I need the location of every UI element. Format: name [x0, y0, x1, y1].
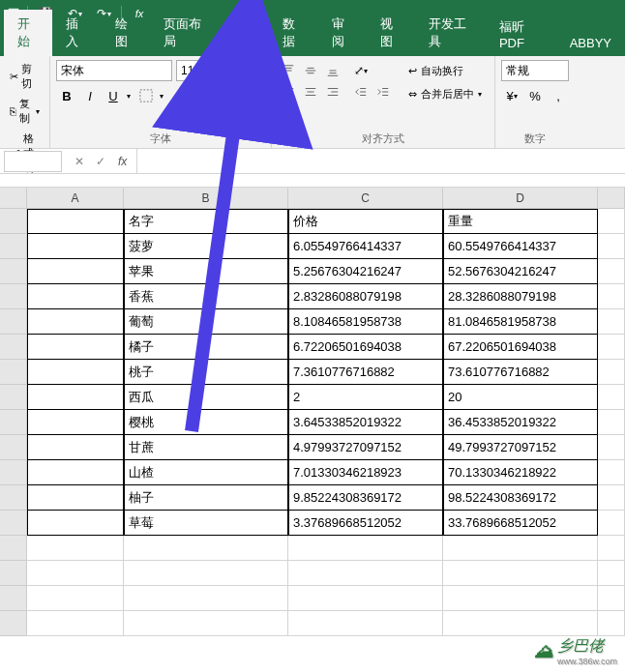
row-header[interactable]	[0, 536, 27, 561]
cell[interactable]	[124, 611, 288, 636]
fill-color-button[interactable]: ◢	[168, 85, 190, 106]
cell[interactable]: 3.64533852019322	[288, 410, 443, 435]
align-middle-button[interactable]	[300, 60, 321, 81]
cell[interactable]: 橘子	[124, 335, 288, 360]
cell[interactable]: 6.72206501694038	[288, 335, 443, 360]
cell[interactable]: 2.83286088079198	[288, 284, 443, 309]
cell[interactable]	[598, 511, 625, 536]
font-color-button[interactable]: A	[201, 85, 223, 106]
cell[interactable]: 36.4533852019322	[443, 410, 598, 435]
cell[interactable]	[598, 209, 625, 234]
fill-color-dropdown[interactable]: ▾	[190, 85, 199, 106]
cell[interactable]	[27, 259, 124, 284]
tab-page-layout[interactable]: 页面布局	[150, 10, 221, 56]
align-bottom-button[interactable]	[322, 60, 343, 81]
cell[interactable]	[27, 360, 124, 385]
phonetic-button[interactable]: wén	[234, 85, 255, 106]
cancel-formula-button[interactable]: ✕	[70, 152, 89, 171]
cell[interactable]	[598, 335, 625, 360]
decrease-indent-button[interactable]	[350, 81, 372, 102]
tab-draw[interactable]: 绘图	[102, 10, 150, 56]
name-box[interactable]	[4, 151, 62, 172]
cell[interactable]: 33.7689668512052	[443, 511, 598, 536]
cell[interactable]: 樱桃	[124, 410, 288, 435]
cell[interactable]: 苹果	[124, 259, 288, 284]
align-center-button[interactable]	[300, 81, 321, 102]
cell[interactable]: 52.5676304216247	[443, 259, 598, 284]
tab-insert[interactable]: 插入	[52, 10, 101, 56]
cell[interactable]: 5.25676304216247	[288, 259, 443, 284]
cell[interactable]: 49.7993727097152	[443, 435, 598, 460]
orientation-button[interactable]: ⤢▾	[350, 60, 372, 81]
row-header[interactable]	[0, 309, 27, 335]
cell[interactable]	[598, 360, 625, 385]
cell[interactable]: 20	[443, 385, 598, 410]
cell[interactable]	[27, 385, 124, 410]
cell[interactable]	[27, 410, 124, 435]
column-header-C[interactable]: C	[288, 188, 443, 208]
tab-data[interactable]: 数据	[269, 10, 317, 56]
cell[interactable]	[598, 586, 625, 611]
row-header[interactable]	[0, 561, 27, 586]
tab-view[interactable]: 视图	[367, 10, 415, 56]
cell[interactable]	[598, 309, 625, 335]
cell[interactable]	[288, 611, 443, 636]
cell[interactable]	[27, 309, 124, 335]
cell[interactable]	[27, 511, 124, 536]
row-header[interactable]	[0, 335, 27, 360]
cell[interactable]: 2	[288, 385, 443, 410]
cell[interactable]: 甘蔗	[124, 435, 288, 460]
cell[interactable]	[598, 460, 625, 485]
cell[interactable]	[124, 536, 288, 561]
cell[interactable]	[443, 586, 598, 611]
cell[interactable]	[443, 536, 598, 561]
cell[interactable]	[27, 536, 124, 561]
cell[interactable]: 8.10846581958738	[288, 309, 443, 335]
column-header-D[interactable]: D	[443, 188, 598, 208]
column-header-E[interactable]	[598, 188, 625, 208]
cell[interactable]: 草莓	[124, 511, 288, 536]
font-size-select[interactable]	[176, 60, 217, 81]
cell[interactable]: 81.0846581958738	[443, 309, 598, 335]
cell[interactable]: 60.5549766414337	[443, 234, 598, 259]
tab-formulas[interactable]: 公式	[221, 10, 269, 56]
tab-abbyy[interactable]: ABBYY	[556, 30, 625, 56]
row-header[interactable]	[0, 259, 27, 284]
cell[interactable]	[27, 284, 124, 309]
cell[interactable]	[27, 485, 124, 511]
border-dropdown[interactable]: ▾	[157, 85, 166, 106]
cell[interactable]	[27, 611, 124, 636]
cell[interactable]: 4.97993727097152	[288, 435, 443, 460]
underline-dropdown[interactable]: ▾	[124, 85, 134, 106]
italic-button[interactable]: I	[79, 85, 101, 106]
row-header[interactable]	[0, 586, 27, 611]
align-top-button[interactable]	[278, 60, 299, 81]
formula-input[interactable]	[137, 151, 625, 172]
cell[interactable]	[598, 611, 625, 636]
font-color-dropdown[interactable]: ▾	[223, 85, 232, 106]
cell[interactable]: 柚子	[124, 485, 288, 511]
cell[interactable]	[27, 460, 124, 485]
cell[interactable]: 葡萄	[124, 309, 288, 335]
row-header[interactable]	[0, 410, 27, 435]
align-left-button[interactable]	[278, 81, 299, 102]
font-name-select[interactable]	[56, 60, 172, 81]
row-header[interactable]	[0, 209, 27, 234]
row-header[interactable]	[0, 485, 27, 511]
cell[interactable]: 28.3286088079198	[443, 284, 598, 309]
cell[interactable]: 山楂	[124, 460, 288, 485]
tab-review[interactable]: 审阅	[318, 10, 367, 56]
cell[interactable]	[27, 435, 124, 460]
row-header[interactable]	[0, 234, 27, 259]
border-button[interactable]	[135, 85, 157, 106]
row-header[interactable]	[0, 511, 27, 536]
increase-font-button[interactable]: A▴	[221, 60, 240, 81]
align-right-button[interactable]	[322, 81, 343, 102]
copy-button[interactable]: ⎘ 复制▾	[6, 95, 44, 128]
merge-center-button[interactable]: ⇔ 合并后居中 ▾	[402, 83, 489, 104]
row-header[interactable]	[0, 385, 27, 410]
cell[interactable]	[598, 385, 625, 410]
row-header[interactable]	[0, 460, 27, 485]
cell[interactable]	[27, 234, 124, 259]
cell[interactable]: 桃子	[124, 360, 288, 385]
